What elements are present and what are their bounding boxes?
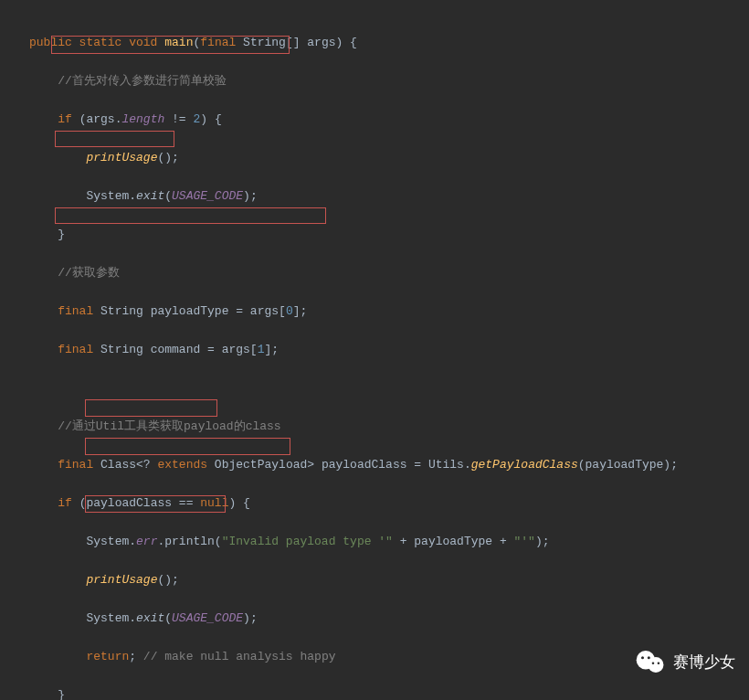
comment-util: //通过Util工具类获取payload的class <box>58 419 280 433</box>
comment-getargs: //获取参数 <box>58 266 120 280</box>
code-block: public static void main(final String[] a… <box>0 0 749 700</box>
watermark-text: 赛博少女 <box>673 652 735 672</box>
watermark: 赛博少女 <box>635 649 735 674</box>
svg-point-1 <box>648 657 663 673</box>
modifiers: public static void <box>29 36 157 49</box>
svg-point-3 <box>648 656 650 659</box>
svg-point-2 <box>641 656 644 659</box>
svg-point-5 <box>658 662 660 664</box>
svg-point-4 <box>652 662 655 664</box>
wechat-icon <box>635 649 666 674</box>
comment-validate: //首先对传入参数进行简单校验 <box>58 74 227 88</box>
